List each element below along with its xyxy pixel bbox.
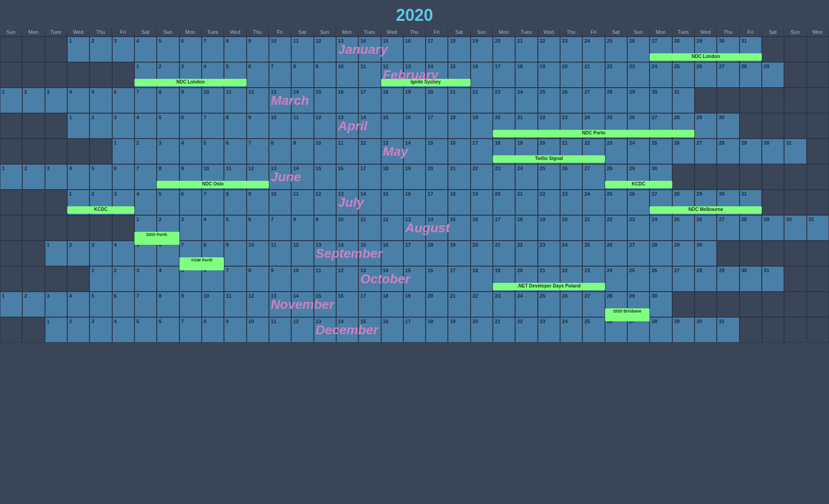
day-cell-july-11: 11 xyxy=(291,190,313,215)
day-cell-june-22: 22 xyxy=(471,164,493,190)
day-cell-december-30: 30 xyxy=(695,317,717,343)
day-cell-december-31: 31 xyxy=(717,317,739,343)
day-cell-empty-8-34 xyxy=(762,241,784,266)
day-cell-empty-8-35 xyxy=(784,241,806,266)
day-cell-empty-5-33 xyxy=(740,164,762,190)
day-cell-january-16: 16 xyxy=(403,37,426,62)
day-cell-empty-6-36 xyxy=(807,190,829,215)
day-cell-empty-4-2 xyxy=(45,139,67,164)
day-cell-empty-2-33 xyxy=(740,88,762,113)
day-cell-october-17: 17 xyxy=(448,266,470,292)
day-cell-empty-3-1 xyxy=(22,113,45,139)
day-cell-september-11: 11 xyxy=(269,241,291,266)
day-cell-september-2: 2 xyxy=(67,241,89,266)
day-cell-may-28: 28 xyxy=(717,139,739,164)
day-header-21: Sun xyxy=(471,28,493,36)
day-cell-empty-4-3 xyxy=(67,139,89,164)
day-cell-november-9: 9 xyxy=(179,292,202,317)
day-cell-march-16: 16 xyxy=(336,88,358,113)
day-cell-november-23: 23 xyxy=(493,292,515,317)
day-cell-september-9: 9 xyxy=(224,241,246,266)
day-cell-empty-10-31 xyxy=(695,292,717,317)
day-cell-april-17: 17 xyxy=(426,113,448,139)
day-cell-june-14: 14 xyxy=(291,164,313,190)
day-cell-june-23: 23 xyxy=(493,164,515,190)
day-cell-october-1: 1 xyxy=(89,266,112,292)
day-cell-january-3: 3 xyxy=(112,37,134,62)
day-cell-january-13: 13 xyxy=(336,37,358,62)
day-cell-july-18: 18 xyxy=(448,190,470,215)
day-header-33: Fri xyxy=(740,28,762,36)
day-cell-november-2: 2 xyxy=(22,292,45,317)
month-row-march: 1234567891011121314151617181920212223242… xyxy=(0,88,829,113)
day-cell-empty-3-35 xyxy=(784,113,806,139)
day-cell-july-9: 9 xyxy=(247,190,269,215)
day-cell-december-23: 23 xyxy=(538,317,560,343)
day-cell-july-24: 24 xyxy=(582,190,605,215)
day-cell-march-14: 14 xyxy=(291,88,313,113)
day-cell-july-10: 10 xyxy=(269,190,291,215)
day-cell-october-18: 18 xyxy=(471,266,493,292)
day-cell-empty-9-3 xyxy=(67,266,89,292)
day-cell-empty-6-0 xyxy=(0,190,22,215)
day-cell-april-12: 12 xyxy=(314,113,336,139)
day-cell-december-24: 24 xyxy=(560,317,582,343)
day-cell-august-23: 23 xyxy=(627,215,650,241)
day-cell-august-5: 5 xyxy=(224,215,246,241)
day-cell-october-14: 14 xyxy=(381,266,403,292)
day-cell-february-7: 7 xyxy=(269,62,291,88)
day-cell-may-23: 23 xyxy=(605,139,627,164)
day-cell-november-14: 14 xyxy=(291,292,313,317)
day-header-5: Fri xyxy=(112,28,134,36)
day-header-32: Thu xyxy=(717,28,739,36)
event-bar-ndc-london: NDC London xyxy=(134,79,247,86)
day-cell-empty-11-33 xyxy=(740,317,762,343)
event-bar-yow-perth: YOW Perth xyxy=(179,257,224,270)
day-cell-november-11: 11 xyxy=(224,292,246,317)
day-cell-february-17: 17 xyxy=(493,62,515,88)
month-row-january: 1234567891011121314151617181920212223242… xyxy=(0,37,829,62)
day-cell-august-28: 28 xyxy=(740,215,762,241)
day-header-35: Sun xyxy=(784,28,806,36)
day-cell-february-20: 20 xyxy=(560,62,582,88)
day-header-22: Mon xyxy=(493,28,515,36)
day-cell-empty-11-34 xyxy=(762,317,784,343)
day-header-19: Fri xyxy=(426,28,448,36)
day-cell-october-3: 3 xyxy=(134,266,157,292)
day-header-31: Wed xyxy=(695,28,717,36)
day-cell-march-6: 6 xyxy=(112,88,134,113)
day-cell-december-8: 8 xyxy=(202,317,224,343)
day-cell-february-18: 18 xyxy=(515,62,537,88)
day-cell-july-7: 7 xyxy=(202,190,224,215)
day-cell-empty-0-0 xyxy=(0,37,22,62)
day-header-16: Tues xyxy=(358,28,381,36)
day-cell-october-29: 29 xyxy=(717,266,739,292)
day-cell-empty-6-35 xyxy=(784,190,806,215)
day-cell-november-6: 6 xyxy=(112,292,134,317)
day-cell-june-1: 1 xyxy=(0,164,22,190)
day-cell-empty-0-35 xyxy=(784,37,806,62)
day-cell-april-30: 30 xyxy=(717,113,739,139)
day-cell-march-26: 26 xyxy=(560,88,582,113)
day-cell-empty-7-2 xyxy=(45,215,67,241)
day-cell-december-25: 25 xyxy=(582,317,605,343)
day-cell-empty-3-0 xyxy=(0,113,22,139)
day-cell-empty-10-33 xyxy=(740,292,762,317)
day-cell-february-24: 24 xyxy=(650,62,672,88)
day-cell-march-11: 11 xyxy=(224,88,246,113)
event-bar-ignite-sydney: Ignite Sydney xyxy=(381,79,471,86)
day-header-28: Sun xyxy=(627,28,650,36)
day-cell-july-17: 17 xyxy=(426,190,448,215)
day-cell-empty-0-34 xyxy=(762,37,784,62)
day-cell-empty-10-36 xyxy=(807,292,829,317)
day-cell-empty-4-1 xyxy=(22,139,45,164)
event-bar-ddd-brisbane: DDD Brisbane xyxy=(605,308,650,321)
day-cell-empty-3-2 xyxy=(45,113,67,139)
day-cell-may-4: 4 xyxy=(179,139,202,164)
day-cell-may-2: 2 xyxy=(134,139,157,164)
day-cell-january-2: 2 xyxy=(89,37,112,62)
day-cell-february-19: 19 xyxy=(538,62,560,88)
day-cell-empty-10-34 xyxy=(762,292,784,317)
day-cell-empty-3-34 xyxy=(762,113,784,139)
day-cell-december-11: 11 xyxy=(269,317,291,343)
